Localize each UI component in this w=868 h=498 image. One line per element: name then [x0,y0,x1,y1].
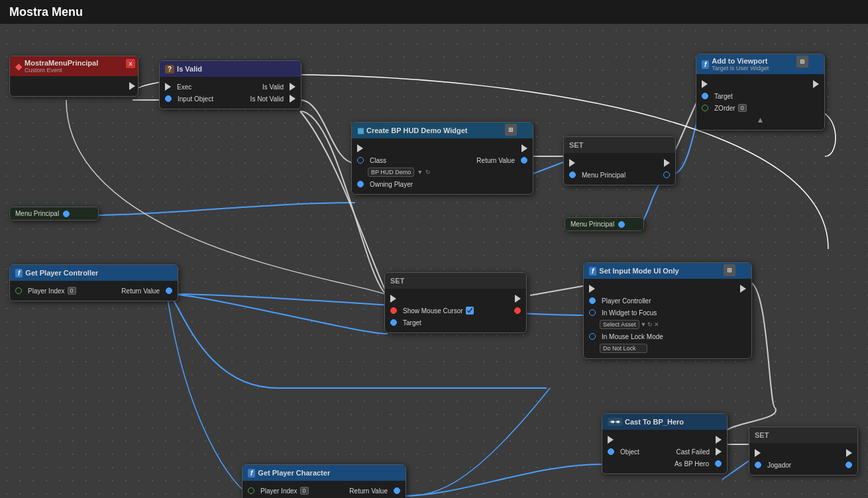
cast-exec-row [602,434,727,446]
cast-label: Cast To BP_Hero [625,418,684,426]
create-class-value-row: BP HUD Demo ▼ ↻ [352,166,533,178]
set1-menu-row: Menu Principal [564,169,675,181]
set-input-exec-out[interactable] [740,285,746,293]
get-controller-label: Get Player Controller [25,269,98,277]
owning-player-pin[interactable] [357,181,364,187]
set-input-mode-label: Set Input Mode UI Only [599,267,678,275]
player-controller-pin[interactable] [589,297,596,304]
set2-target-pin[interactable] [390,319,397,326]
node-header-is-valid: ? Is Valid [160,61,301,77]
get-character-row: Player Index 0 Return Value [243,485,406,497]
character-return-pin[interactable] [394,487,400,494]
set-input-exec-in[interactable] [589,285,595,293]
add-exec-in[interactable] [702,80,708,88]
class-dropdown[interactable]: BP HUD Demo [368,168,414,177]
set-input-widget-row: In Widget to Focus [584,307,751,319]
widget-focus-pin[interactable] [589,309,596,316]
as-bp-hero-pin[interactable] [715,460,722,467]
get-character-label: Get Player Character [258,469,330,477]
create-exec-out[interactable] [521,144,527,152]
node-mostra-menu: ◆ MostraMenuPrincipal Custom Event X [9,56,138,97]
create-class-row: Class Return Value [352,154,533,166]
node-header-get-controller: f Get Player Controller [10,265,178,281]
set-input-mouselock-value-row: Do Not Lock [584,342,751,354]
mostra-menu-subtitle: Custom Event [25,67,98,74]
set2-exec-row [385,293,526,305]
set3-out-pin[interactable] [845,462,852,468]
cast-object-pin[interactable] [608,448,614,455]
set2-target-row: Target [385,317,526,328]
node-header-mostra-menu: ◆ MostraMenuPrincipal Custom Event X [10,56,138,76]
menu-principal-var2-out-pin[interactable] [618,221,625,228]
zorder-value: 0 [738,104,747,112]
character-player-index-value: 0 [300,487,309,495]
node-cast-to-bp-hero: ↠↠ Cast To BP_Hero Object Cast Failed [602,413,728,474]
set2-exec-in[interactable] [390,295,396,303]
blueprint-canvas[interactable]: ◆ MostraMenuPrincipal Custom Event X ? I… [0,24,868,498]
page-title: Mostra Menu [9,5,83,19]
show-mouse-out-pin[interactable] [514,307,521,314]
node-get-player-controller: f Get Player Controller Player Index 0 R… [9,264,178,301]
is-valid-label: Is Valid [177,65,202,73]
show-mouse-pin[interactable] [390,307,397,314]
add-viewport-subtitle: Target is User Widget [712,65,769,72]
add-target-pin[interactable] [702,93,708,99]
input-object-pin[interactable] [165,95,172,102]
add-exec-out[interactable] [813,80,819,88]
node-set1: SET Menu Principal [563,136,676,185]
add-zorder-pin[interactable] [702,105,708,111]
set1-exec-out[interactable] [664,159,670,167]
node-is-valid: ? Is Valid Exec Is Valid Input Object [159,60,301,109]
add-triangle-row: ▲ [696,114,824,126]
set2-exec-out[interactable] [515,295,521,303]
set3-jogador-pin[interactable] [755,462,761,468]
node-menu-principal-var2: Menu Principal [565,217,644,231]
node-header-set1: SET [564,137,675,153]
show-mouse-checkbox[interactable] [466,307,474,315]
add-viewport-label: Add to Viewport [712,57,767,65]
controller-return-pin[interactable] [166,287,172,294]
character-player-index-pin[interactable] [248,487,254,494]
set1-out-pin[interactable] [663,172,670,178]
class-pin[interactable] [357,157,364,164]
node-header-create-widget: ⊞ ▦ Create BP HUD Demo Widget [352,123,533,138]
add-zorder-row: ZOrder 0 [696,102,824,114]
node-add-viewport: ⊞ f Add to Viewport Target is User Widge… [696,54,825,130]
player-index-value: 0 [68,287,76,295]
is-valid-object-row: Input Object Is Not Valid [160,93,301,105]
set3-jogador-row: Jogador [749,459,857,471]
set2-mouse-row: Show Mouse Cursor [385,305,526,317]
exec-out-row [10,80,138,92]
set-input-widget-value-row: Select Asset ▼ ↻ ✕ [584,319,751,330]
get-controller-row: Player Index 0 Return Value [10,285,178,297]
create-widget-label: Create BP HUD Demo Widget [366,126,468,134]
node-header-add-viewport: ⊞ f Add to Viewport Target is User Widge… [696,54,824,74]
return-value-pin[interactable] [521,157,527,164]
set3-exec-out[interactable] [846,449,852,457]
exec-out-pin[interactable] [129,82,135,90]
mostra-menu-label: MostraMenuPrincipal [25,59,98,67]
cast-hero-row: As BP Hero [602,458,727,470]
menu-principal-out-pin[interactable] [63,211,70,217]
node-header-cast: ↠↠ Cast To BP_Hero [602,414,727,430]
set1-target-pin[interactable] [569,172,576,178]
cast-exec-out[interactable] [716,436,722,444]
set3-exec-in[interactable] [755,449,761,457]
is-valid-exec-in[interactable] [165,83,171,91]
set1-exec-in[interactable] [569,159,575,167]
node-header-set2: SET [385,273,526,289]
cast-exec-in[interactable] [608,436,614,444]
widget-asset-dropdown[interactable]: Select Asset [600,320,639,329]
create-exec-in[interactable] [357,144,363,152]
cast-object-row: Object Cast Failed [602,446,727,458]
is-valid-out[interactable] [290,83,296,91]
player-index-pin[interactable] [15,287,22,294]
mouse-lock-select[interactable]: Do Not Lock [600,344,647,353]
mouse-lock-pin[interactable] [589,333,596,340]
create-owning-player-row: Owning Player [352,178,533,190]
set-input-exec-row [584,283,751,295]
create-widget-exec-row [352,142,533,154]
node-set-input-mode: ⊞ f Set Input Mode UI Only Player Contro… [583,262,752,359]
is-not-valid-out[interactable] [290,95,296,103]
cast-failed-pin[interactable] [716,448,722,456]
